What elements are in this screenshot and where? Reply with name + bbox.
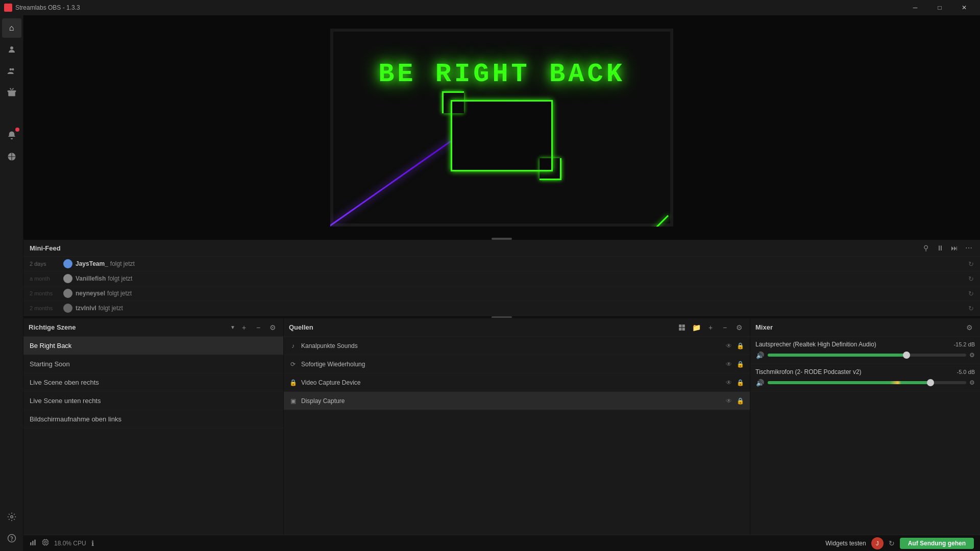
scene-item[interactable]: Be Right Back [23, 337, 283, 355]
feed-avatar [63, 304, 72, 313]
statusbar-refresh-button[interactable]: ↻ [889, 539, 895, 547]
source-lock-button[interactable]: 🔒 [736, 341, 745, 350]
sources-scene-icon-button[interactable] [676, 322, 688, 333]
feed-item: 2 months neyneysel folgt jetzt ↻ [23, 286, 980, 301]
scenes-add-button[interactable]: + [238, 322, 250, 333]
statusbar-chart-icon[interactable] [30, 539, 37, 547]
feed-action: folgt jetzt [110, 260, 135, 267]
mixer-slider-track[interactable] [768, 381, 966, 384]
feed-filter-button[interactable]: ⚲ [921, 243, 931, 253]
scenes-remove-button[interactable]: − [253, 322, 264, 333]
mini-feed-header: Mini-Feed ⚲ ⏸ ⏭ ⋯ [23, 240, 980, 257]
statusbar-right: Widgets testen J ↻ Auf Sendung gehen [825, 537, 974, 549]
feed-refresh-button[interactable]: ↻ [968, 260, 974, 268]
feed-skip-button[interactable]: ⏭ [949, 243, 960, 253]
bottom-panels: Richtige Szene ▼ + − ⚙ Be Right Back Sta… [23, 318, 980, 535]
widgets-test-button[interactable]: Widgets testen [825, 540, 866, 547]
sidebar-item-home[interactable]: ⌂ [2, 18, 21, 38]
mixer-settings-button[interactable]: ⚙ [964, 322, 975, 333]
source-lock-button[interactable]: 🔒 [736, 396, 745, 406]
mixer-slider-container: 🔊 ⚙ [755, 350, 975, 360]
source-visible-button[interactable]: 👁 [724, 360, 733, 369]
svg-rect-14 [34, 540, 35, 545]
sources-panel-header: Quellen 📁 + − ⚙ [284, 318, 750, 337]
source-display-icon: ▣ [289, 397, 297, 405]
statusbar-user-avatar[interactable]: J [871, 537, 884, 549]
feed-refresh-button[interactable]: ↻ [968, 305, 974, 312]
source-item[interactable]: ▣ Display Capture 👁 🔒 [284, 392, 750, 410]
feed-expand-button[interactable]: ⋯ [964, 243, 974, 253]
scenes-settings-button[interactable]: ⚙ [267, 322, 278, 333]
mixer-item-name: Tischmikrofon (2- RODE Podcaster v2) [755, 368, 862, 375]
statusbar-info-button[interactable]: ℹ [91, 539, 94, 547]
source-visible-button[interactable]: 👁 [724, 378, 733, 387]
mixer-slider-track[interactable] [768, 354, 966, 357]
feed-pause-button[interactable]: ⏸ [935, 243, 945, 253]
scene-item[interactable]: Starting Soon [23, 355, 283, 373]
feed-time: 2 months [30, 290, 60, 296]
feed-avatar [63, 289, 72, 298]
mixer-item-settings-button[interactable]: ⚙ [969, 379, 975, 386]
scenes-dropdown-arrow[interactable]: ▼ [230, 324, 235, 330]
sidebar-item-themes[interactable] [2, 147, 21, 166]
sources-add-button[interactable]: + [705, 322, 716, 333]
feed-refresh-button[interactable]: ↻ [968, 275, 974, 283]
source-list: ♪ Kanalpunkte Sounds 👁 🔒 ⟳ Sofortige Wie… [284, 337, 750, 410]
scene-item[interactable]: Live Scene oben rechts [23, 373, 283, 392]
feed-username: JaysTeam_ [76, 260, 108, 267]
source-visible-button[interactable]: 👁 [724, 341, 733, 350]
source-item[interactable]: ♪ Kanalpunkte Sounds 👁 🔒 [284, 337, 750, 355]
feed-username: Vanillefish [76, 275, 106, 282]
mini-feed-controls: ⚲ ⏸ ⏭ ⋯ [921, 243, 974, 253]
mixer-item-settings-button[interactable]: ⚙ [969, 352, 975, 359]
sources-panel-title: Quellen [289, 323, 673, 331]
source-name: Display Capture [301, 397, 720, 405]
sidebar-item-notifications[interactable] [2, 126, 21, 145]
minimize-button[interactable]: ─ [903, 0, 927, 15]
sidebar-bottom [2, 506, 21, 549]
source-item[interactable]: ⟳ Sofortige Wiederholung 👁 🔒 [284, 355, 750, 373]
svg-point-7 [11, 540, 12, 540]
app-title: Streamlabs OBS - 1.3.3 [15, 4, 80, 11]
feed-time: a month [30, 276, 60, 282]
sources-remove-button[interactable]: − [719, 322, 730, 333]
maximize-button[interactable]: □ [928, 0, 951, 15]
svg-point-1 [9, 68, 12, 71]
sidebar-item-gifts[interactable] [2, 83, 21, 102]
source-lock-button[interactable]: 🔒 [736, 378, 745, 387]
source-name: Sofortige Wiederholung [301, 361, 720, 368]
sources-folder-button[interactable]: 📁 [691, 322, 702, 333]
sidebar-item-profile[interactable] [2, 40, 21, 59]
mixer-panel-header: Mixer ⚙ [750, 318, 980, 337]
app-icon [4, 4, 12, 12]
feed-avatar [63, 259, 72, 268]
close-button[interactable]: ✕ [952, 0, 976, 15]
mixer-volume-button[interactable]: 🔊 [755, 350, 765, 360]
statusbar-cpu-label: 18.0% CPU [54, 540, 86, 547]
scene-list: Be Right Back Starting Soon Live Scene o… [23, 337, 283, 535]
feed-username: neyneysel [76, 290, 105, 297]
go-live-button[interactable]: Auf Sendung gehen [900, 538, 974, 549]
mixer-volume-button[interactable]: 🔊 [755, 378, 765, 387]
scene-item[interactable]: Live Scene unten rechts [23, 392, 283, 410]
mixer-item-speaker: Lautsprecher (Realtek High Definition Au… [750, 337, 980, 364]
feed-username: tzvInlvI [76, 305, 96, 312]
source-visible-button[interactable]: 👁 [724, 396, 733, 406]
sources-settings-button[interactable]: ⚙ [733, 322, 745, 333]
preview-monitor [451, 100, 553, 171]
source-item[interactable]: 🔒 Video Capture Device 👁 🔒 [284, 373, 750, 392]
feed-refresh-button[interactable]: ↻ [968, 290, 974, 297]
scenes-panel-header: Richtige Szene ▼ + − ⚙ [23, 318, 283, 337]
mixer-item-db: -5.0 dB [957, 369, 975, 375]
sidebar-item-stats[interactable] [2, 104, 21, 123]
svg-point-6 [8, 535, 15, 542]
mixer-panel-title: Mixer [755, 323, 961, 331]
source-lock-button[interactable]: 🔒 [736, 360, 745, 369]
sidebar-item-groups[interactable] [2, 61, 21, 81]
sidebar-item-settings[interactable] [2, 507, 21, 527]
sidebar-item-help[interactable] [2, 529, 21, 548]
scene-item[interactable]: Bildschirmaufnahme oben links [23, 410, 283, 429]
source-actions: 👁 🔒 [724, 396, 745, 406]
source-capture-icon: 🔒 [289, 379, 297, 386]
sources-panel: Quellen 📁 + − ⚙ ♪ Kanalpunkte Sounds 👁 [284, 318, 750, 535]
